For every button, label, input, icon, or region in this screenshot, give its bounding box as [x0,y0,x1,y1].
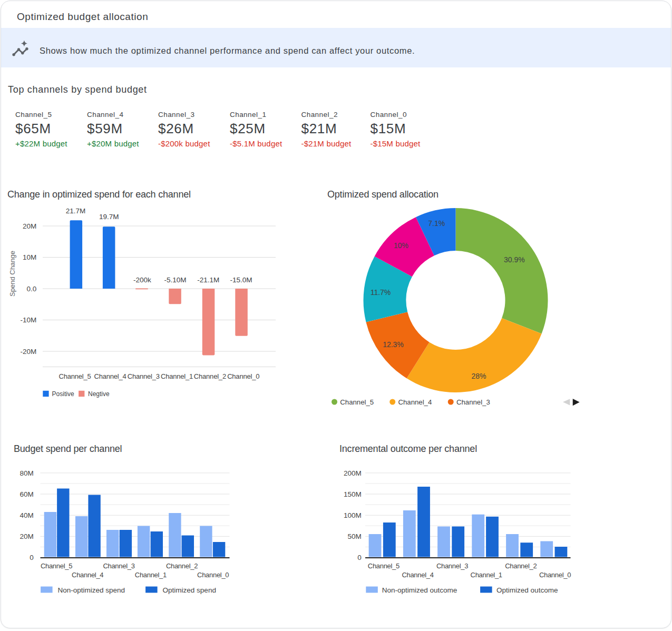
svg-text:28%: 28% [471,372,486,380]
svg-text:40M: 40M [20,511,34,519]
svg-text:0: 0 [30,554,34,561]
svg-text:Non-optimized spend: Non-optimized spend [58,586,125,594]
svg-text:200M: 200M [344,469,362,477]
svg-text:Channel_1: Channel_1 [135,571,167,579]
svg-text:Negtive: Negtive [88,390,110,398]
svg-text:Spend Change: Spend Change [8,251,16,297]
svg-text:-15.0M: -15.0M [230,276,252,284]
svg-text:50M: 50M [348,533,362,540]
svg-text:Channel_0: Channel_0 [539,571,571,579]
svg-text:-5.10M: -5.10M [164,276,187,284]
svg-text:Incremental outcome per channe: Incremental outcome per channel [339,443,477,454]
svg-text:Channel_5: Channel_5 [368,562,400,570]
svg-text:Channel_3: Channel_3 [456,398,490,406]
svg-text:Optimized spend allocation: Optimized spend allocation [327,189,439,200]
svg-text:Optimized spend: Optimized spend [163,586,216,594]
svg-text:150M: 150M [344,490,362,498]
svg-text:Channel_4: Channel_4 [72,571,103,579]
svg-text:0.0: 0.0 [26,285,36,293]
svg-text:Budget spend per channel: Budget spend per channel [14,443,122,454]
svg-text:Channel_3: Channel_3 [436,562,468,570]
svg-text:0: 0 [357,554,362,561]
svg-text:Channel_3: Channel_3 [103,562,134,570]
svg-text:Channel_2: Channel_2 [505,562,537,570]
svg-text:-20M: -20M [20,348,36,356]
svg-text:Channel_0: Channel_0 [197,571,229,579]
svg-text:Channel_4: Channel_4 [398,398,432,406]
svg-text:-10M: -10M [20,316,36,324]
svg-text:-21.1M: -21.1M [197,276,219,284]
svg-text:Channel_5: Channel_5 [340,398,374,406]
svg-text:Channel_5: Channel_5 [59,372,91,380]
svg-text:19.7M: 19.7M [99,213,119,221]
svg-text:Channel_4: Channel_4 [94,372,126,380]
svg-text:Channel_0: Channel_0 [227,372,259,380]
svg-text:-200k: -200k [133,276,151,284]
svg-text:60M: 60M [20,490,34,498]
svg-text:Optimized outcome: Optimized outcome [496,586,558,594]
svg-text:Change in optimized spend for: Change in optimized spend for each chann… [7,189,191,200]
svg-text:12.3%: 12.3% [383,340,404,349]
svg-text:11.7%: 11.7% [371,288,391,297]
svg-text:7.1%: 7.1% [428,219,445,228]
svg-text:Channel_5: Channel_5 [41,562,72,570]
svg-text:Channel_1: Channel_1 [471,571,502,579]
svg-text:20M: 20M [23,222,36,230]
svg-text:30.9%: 30.9% [504,255,525,264]
svg-text:Channel_2: Channel_2 [166,562,198,570]
svg-text:100M: 100M [344,511,362,519]
svg-text:10%: 10% [394,241,408,250]
svg-text:Non-optimized outcome: Non-optimized outcome [382,586,457,594]
svg-text:21.7M: 21.7M [66,207,86,215]
svg-text:20M: 20M [20,533,34,540]
svg-text:Channel_2: Channel_2 [194,372,226,380]
svg-text:Channel_4: Channel_4 [402,571,433,579]
svg-text:Positive: Positive [52,390,74,398]
svg-text:Channel_1: Channel_1 [161,372,193,380]
svg-text:Channel_3: Channel_3 [128,372,160,380]
svg-text:80M: 80M [20,469,34,477]
svg-text:10M: 10M [23,253,36,261]
